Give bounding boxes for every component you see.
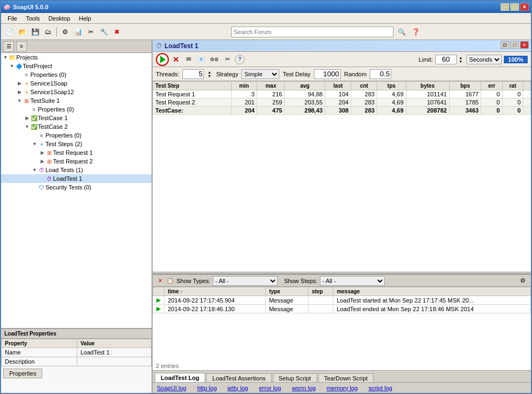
tree-item-testproject-props[interactable]: ▶ ≡ Properties (0) [1,70,152,79]
projects-folder-icon: 📁 [9,54,16,61]
loadtest-undock-button[interactable]: ⊡ [501,41,509,49]
lt-cell-cnt-1: 283 [351,98,377,107]
show-steps-select[interactable]: - All - [320,276,385,286]
threads-input[interactable] [182,69,204,79]
log-clear-button[interactable]: ✕ [156,277,165,285]
expand-service1soap[interactable]: ▶ [16,81,23,86]
tree-item-testrequest1[interactable]: ▶ ⊞ Test Request 1 [1,148,152,157]
expand-testcase2[interactable]: ▼ [24,124,30,129]
loadtest-maximize-button[interactable]: □ [510,41,519,49]
prop-desc-value[interactable] [77,357,151,366]
expand-projects[interactable]: ▼ [2,55,9,60]
menu-file[interactable]: File [3,14,22,23]
options-button[interactable]: 🔧 [98,26,110,38]
loadtest-timer-icon: ⏱ [156,42,162,50]
expand-testproject[interactable]: ▼ [9,63,15,69]
loadtest-settings-button[interactable]: ⚙⚙ [209,54,220,65]
statusbar-http-log[interactable]: http log [197,385,216,391]
tree-item-securitytests[interactable]: ▶ 🛡 Security Tests (0) [1,183,152,192]
statusbar-wsrm-log[interactable]: wsrm log [292,385,316,391]
tab-loadtest-assertions[interactable]: LoadTest Assertions [206,373,271,383]
expand-loadtests[interactable]: ▼ [31,167,38,173]
save-button[interactable]: 💾 [29,26,41,38]
statusbar-memory-log[interactable]: memory log [326,385,357,391]
threads-spinner[interactable]: ▲ ▼ [207,70,213,78]
loadtest-close-button[interactable]: ✕ [520,41,529,49]
limit-up[interactable]: ▲ [459,56,464,60]
close-button[interactable]: ✕ [520,3,529,11]
log-col-time[interactable]: time ↑ [165,287,266,296]
properties-table: Property Value Name LoadTest 1 Descripti… [1,339,152,366]
threads-down[interactable]: ▼ [207,74,213,78]
open-button[interactable]: 📂 [16,26,28,38]
loadtest-stop-button[interactable]: ✕ [171,55,181,64]
testrequest1-icon: ⊞ [45,149,53,156]
lt-cell-bps-0: 1677 [449,90,481,98]
navigator-list-button[interactable]: ≡ [16,41,27,52]
tree-item-testsuite1[interactable]: ▼ ⊞ TestSuite 1 [1,96,152,105]
tree-item-service1soap12[interactable]: ▶ 🔸 Service1Soap12 [1,88,152,96]
tree-item-testcase1[interactable]: ▶ ✅ TestCase 1 [1,114,152,122]
prop-row-name: Name LoadTest 1 [2,348,152,357]
preferences-button[interactable]: ⚙ [59,26,71,38]
statusbar-script-log[interactable]: script log [369,385,392,391]
show-types-select[interactable]: - All - [213,276,278,286]
saveall-button[interactable]: 🗂 [42,26,54,38]
menu-desktop[interactable]: Desktop [44,14,74,23]
prop-name-value[interactable]: LoadTest 1 [77,348,151,357]
search-button[interactable]: 🔍 [396,26,408,38]
expand-testcase1[interactable]: ▶ [24,115,30,121]
minimize-button[interactable]: ─ [501,3,509,11]
threads-up[interactable]: ▲ [207,70,213,74]
statusbar-soapui-log[interactable]: SoapUI log [157,385,186,391]
search-input[interactable] [231,27,393,37]
tab-setup-script[interactable]: Setup Script [273,373,317,383]
log-export-button[interactable]: 📋 [166,277,174,285]
menu-tools[interactable]: Tools [22,14,44,23]
new-button[interactable]: 📄 [3,26,15,38]
tree-item-service1soap[interactable]: ▶ 🔸 Service1Soap [1,79,152,88]
tree-item-ts1-props[interactable]: ▶ ≡ Properties (0) [1,105,152,114]
statusbar-jetty-log[interactable]: jetty log [228,385,248,391]
limit-unit-select[interactable]: Seconds Minutes Hours [467,55,502,64]
tree-item-tc2-props[interactable]: ▶ ≡ Properties (0) [1,131,152,140]
tree-item-teststeps[interactable]: ▼ 🔹 Test Steps (2) [1,140,152,148]
loadtest-cut-button[interactable]: ✂ [222,54,233,65]
statusbar-error-log[interactable]: error log [259,385,281,391]
tab-teardown-script[interactable]: TearDown Script [318,373,374,383]
lt-cell-avg-0: 94,88 [285,90,325,98]
random-input[interactable] [370,69,391,79]
tree-item-projects[interactable]: ▼ 📁 Projects [1,53,152,62]
expand-testsuite1[interactable]: ▼ [16,98,23,103]
loadtest-play-button[interactable] [156,53,169,66]
navigator-menu-button[interactable]: ☰ [3,41,14,52]
tree-item-loadtests[interactable]: ▼ ⏱ Load Tests (1) [1,166,152,174]
properties-button[interactable]: Properties [3,369,42,378]
log-count: 2 entries [153,362,531,370]
delete-button[interactable]: ✖ [111,26,123,38]
menu-help[interactable]: Help [75,14,96,23]
strategy-select[interactable]: Simple Variance Burst Thread [241,69,279,79]
maximize-button[interactable]: □ [510,3,519,11]
expand-testrequest1[interactable]: ▶ [39,150,45,155]
loadtest-envelope-button[interactable]: ✉ [183,54,194,65]
help-button[interactable]: ❓ [410,26,422,38]
monitor-button[interactable]: 📊 [72,26,84,38]
limit-down[interactable]: ▼ [459,60,464,63]
log-settings-button[interactable]: ⚙ [520,277,528,285]
limit-input[interactable] [435,55,457,64]
tab-loadtest-log[interactable]: LoadTest Log [155,373,205,383]
loadtest-envelope2-button[interactable]: 📧 [196,54,207,65]
cut-button[interactable]: ✂ [85,26,97,38]
expand-service1soap12[interactable]: ▶ [16,89,23,95]
expand-testrequest2[interactable]: ▶ [39,159,45,164]
limit-spinner[interactable]: ▲ ▼ [459,56,464,63]
expand-teststeps[interactable]: ▼ [31,141,38,147]
tree-item-loadtest1[interactable]: ▶ ⏱ LoadTest 1 [1,174,152,183]
lt-table-header-row: Test Step min max avg last cnt tps bytes… [153,82,531,90]
tree-item-testrequest2[interactable]: ▶ ⊞ Test Request 2 [1,157,152,166]
tree-item-testproject[interactable]: ▼ 🔷 TestProject [1,62,152,70]
delay-input[interactable] [314,69,341,79]
loadtest-help-button[interactable]: ? [235,55,245,64]
tree-item-testcase2[interactable]: ▼ ✅ TestCase 2 [1,122,152,131]
